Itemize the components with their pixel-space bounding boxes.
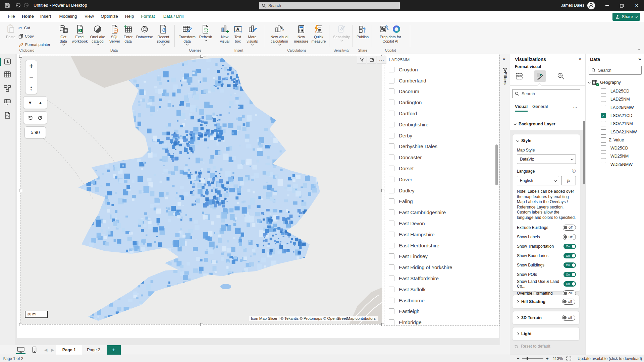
slicer-item[interactable]: Croydon bbox=[384, 64, 499, 75]
new-visual-button[interactable]: New visual bbox=[218, 23, 231, 43]
field-row-lad25nmw[interactable]: LAD25NMW bbox=[586, 104, 644, 112]
resize-handle[interactable] bbox=[200, 55, 203, 58]
resize-handle[interactable] bbox=[19, 55, 22, 58]
menu-tab-optimize[interactable]: Optimize bbox=[100, 11, 119, 22]
style-section-header[interactable]: Style bbox=[517, 138, 580, 143]
menu-tab-format[interactable]: Format bbox=[140, 11, 156, 22]
field-checkbox[interactable] bbox=[601, 129, 606, 135]
slicer-item-checkbox[interactable] bbox=[389, 243, 394, 248]
report-view-icon[interactable] bbox=[3, 58, 11, 66]
new-visual-calculation-button[interactable]: fx New visual calculation bbox=[267, 23, 292, 45]
text-box-button[interactable]: A Text box bbox=[232, 23, 244, 43]
visualizations-scrollbar[interactable] bbox=[583, 121, 585, 184]
field-checkbox[interactable] bbox=[601, 105, 606, 110]
slicer-item[interactable]: Doncaster bbox=[384, 152, 499, 163]
recent-sources-button[interactable]: Recent sources bbox=[155, 23, 172, 45]
page-tab-2[interactable]: Page 2 bbox=[83, 345, 105, 355]
tab-analytics[interactable] bbox=[555, 70, 567, 82]
tab-build-visual[interactable] bbox=[513, 70, 525, 82]
model-view-icon[interactable] bbox=[3, 84, 11, 93]
filter-icon[interactable] bbox=[357, 56, 366, 64]
resize-handle[interactable] bbox=[381, 323, 384, 326]
slicer-item[interactable]: Dartford bbox=[384, 108, 499, 119]
field-row-lsoa21nmw[interactable]: LSOA21NMW bbox=[586, 128, 644, 136]
save-icon[interactable] bbox=[4, 2, 11, 9]
table-geography[interactable]: ✓ Geography bbox=[588, 80, 621, 85]
zoom-in-status-icon[interactable]: + bbox=[546, 356, 549, 361]
slicer-item[interactable]: Dover bbox=[384, 174, 499, 185]
more-visuals-button[interactable]: More visuals bbox=[244, 23, 260, 45]
desktop-layout-icon[interactable] bbox=[17, 347, 25, 354]
zoom-in-button[interactable]: + bbox=[29, 61, 33, 72]
copy-button[interactable]: Copy bbox=[18, 33, 34, 39]
new-measure-button[interactable]: New measure bbox=[292, 23, 310, 43]
zoom-out-button[interactable]: − bbox=[29, 72, 33, 83]
slicer-item[interactable]: Denbighshire bbox=[384, 119, 499, 130]
map-zoom-level-box[interactable]: 5.90 bbox=[24, 126, 46, 138]
zoom-slider-track[interactable] bbox=[522, 358, 543, 359]
field-row-value[interactable]: ΣValue bbox=[586, 136, 644, 144]
slicer-item[interactable]: East Staffordshire bbox=[384, 273, 499, 284]
fit-to-page-icon[interactable] bbox=[566, 356, 571, 362]
card-light[interactable]: Light bbox=[512, 327, 580, 341]
pitch-control[interactable]: ▲▼ bbox=[30, 83, 33, 94]
collapse-ribbon-icon[interactable] bbox=[638, 46, 640, 52]
format-painter-button[interactable]: Format painter bbox=[18, 42, 50, 48]
slicer-item[interactable]: Eastbourne bbox=[384, 295, 499, 306]
menu-tab-view[interactable]: View bbox=[83, 11, 95, 22]
toggle-switch[interactable]: Off bbox=[563, 225, 576, 231]
close-button[interactable]: × bbox=[629, 0, 644, 11]
avatar[interactable] bbox=[587, 2, 595, 9]
focus-mode-icon[interactable] bbox=[367, 56, 376, 64]
menu-tab-file[interactable]: File bbox=[5, 11, 17, 22]
transform-data-button[interactable]: Transform data bbox=[177, 23, 197, 45]
info-icon[interactable]: ⓘ bbox=[572, 168, 576, 174]
new-page-button[interactable]: + bbox=[107, 345, 121, 355]
slicer-item[interactable]: Eastleigh bbox=[384, 306, 499, 317]
field-row-lad25cd[interactable]: LAD25CD bbox=[586, 87, 644, 95]
update-available-link[interactable]: Update available (click to download) bbox=[578, 356, 642, 361]
mobile-layout-icon[interactable] bbox=[32, 347, 37, 354]
background-layer-section[interactable]: Background Layer bbox=[514, 122, 555, 126]
field-checkbox[interactable]: ✓ bbox=[601, 113, 606, 118]
rotate-ccw-icon[interactable] bbox=[28, 115, 33, 120]
toggle-switch[interactable]: On bbox=[564, 262, 576, 268]
field-checkbox[interactable] bbox=[601, 162, 606, 167]
prep-data-for-copilot-button[interactable]: Prep data for Copilot AI bbox=[374, 23, 407, 43]
slicer-item-checkbox[interactable] bbox=[389, 287, 394, 292]
menu-tab-home[interactable]: Home bbox=[20, 11, 36, 23]
report-page[interactable]: + − ▲▼ ▼ ▲ 5.90 30 mi Icon Map Slicer | … bbox=[17, 54, 499, 338]
slicer-item[interactable]: Ealing bbox=[384, 196, 499, 207]
format-search-input[interactable]: Search bbox=[512, 89, 580, 98]
slicer-item-checkbox[interactable] bbox=[389, 298, 394, 303]
collapse-data-pane-icon[interactable]: » bbox=[638, 56, 641, 62]
undo-icon[interactable] bbox=[14, 2, 21, 9]
share-button[interactable]: Share bbox=[612, 13, 640, 21]
slicer-item[interactable]: East Suffolk bbox=[384, 284, 499, 295]
field-checkbox[interactable] bbox=[601, 137, 606, 143]
refresh-button[interactable]: Refresh bbox=[198, 23, 213, 41]
tilt-up-button[interactable]: ▲ bbox=[38, 100, 43, 105]
tilt-down-button[interactable]: ▼ bbox=[28, 100, 32, 105]
slicer-item[interactable]: East Riding of Yorkshire bbox=[384, 262, 499, 273]
slicer-item-checkbox[interactable] bbox=[389, 264, 394, 270]
account-name[interactable]: James Dales bbox=[561, 3, 584, 8]
slicer-item[interactable]: Darlington bbox=[384, 97, 499, 108]
dataverse-button[interactable]: Dataverse bbox=[135, 23, 154, 39]
more-options-icon[interactable]: … bbox=[573, 104, 578, 111]
global-search-input[interactable]: Search bbox=[259, 2, 400, 9]
resize-handle[interactable] bbox=[381, 189, 384, 192]
rotate-cw-icon[interactable] bbox=[38, 115, 43, 120]
publish-button[interactable]: Publish bbox=[355, 23, 370, 39]
slicer-item[interactable]: East Lindsey bbox=[384, 251, 499, 262]
slicer-item-checkbox[interactable] bbox=[389, 177, 394, 182]
field-checkbox[interactable] bbox=[601, 145, 606, 151]
slicer-item-checkbox[interactable] bbox=[389, 188, 394, 193]
map-style-select[interactable]: DataViz bbox=[517, 155, 576, 164]
toggle-switch[interactable]: Off bbox=[562, 315, 575, 321]
slicer-item-checkbox[interactable] bbox=[389, 67, 394, 72]
tab-format-visual[interactable] bbox=[534, 70, 546, 82]
expand-filters-icon[interactable]: « bbox=[503, 56, 505, 62]
zoom-percentage[interactable]: 113% bbox=[553, 356, 563, 361]
toggle-switch[interactable]: On bbox=[564, 253, 576, 258]
